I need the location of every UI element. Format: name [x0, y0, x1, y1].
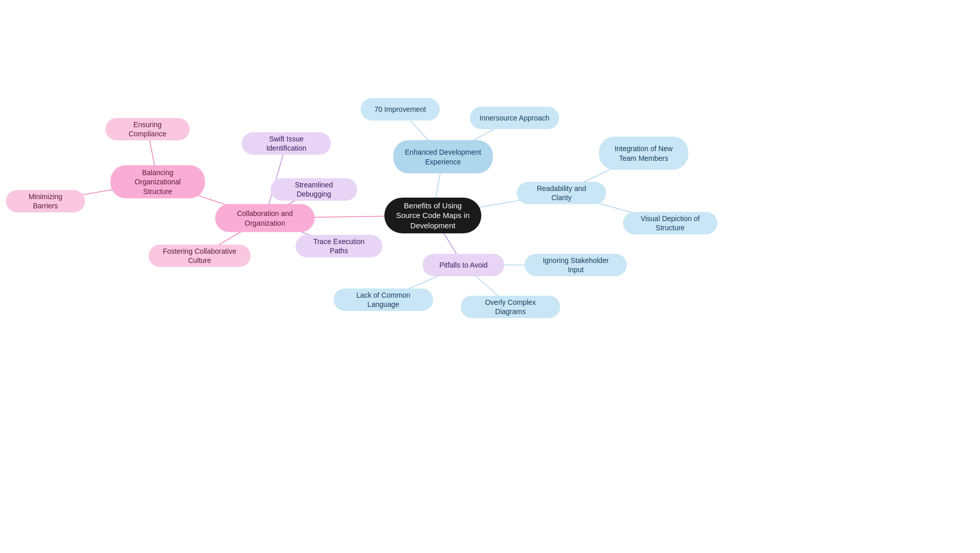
node-streamlined: Streamlined Debugging	[271, 178, 357, 201]
node-ensuring: Ensuring Compliance	[106, 118, 190, 140]
node-minimizing: Minimizing Barriers	[6, 190, 85, 212]
node-visual-depiction: Visual Depiction of Structure	[623, 212, 718, 234]
node-lack-common: Lack of Common Language	[334, 288, 433, 311]
node-innersource: Innersource Approach	[470, 107, 559, 129]
center-node: Benefits of Using Source Code Maps in De…	[384, 198, 481, 233]
node-70-improvement: 70 Improvement	[361, 98, 440, 121]
node-enhanced-dev: Enhanced Development Experience	[394, 140, 493, 174]
node-balancing: Balancing Organizational Structure	[111, 165, 205, 199]
node-pitfalls: Pitfalls to Avoid	[423, 254, 504, 276]
node-trace-exec: Trace Execution Paths	[296, 235, 382, 257]
node-overly-complex: Overly Complex Diagrams	[461, 296, 560, 318]
node-swift-issue: Swift Issue Identification	[242, 132, 331, 155]
node-integration: Integration of New Team Members	[599, 137, 689, 170]
node-ignoring: Ignoring Stakeholder Input	[525, 254, 627, 276]
connection-lines	[0, 0, 980, 553]
node-fostering: Fostering Collaborative Culture	[149, 245, 251, 267]
node-readability: Readability and Clarity	[517, 182, 606, 204]
mind-map: Benefits of Using Source Code Maps in De…	[0, 0, 980, 553]
node-collab: Collaboration and Organization	[215, 204, 315, 232]
